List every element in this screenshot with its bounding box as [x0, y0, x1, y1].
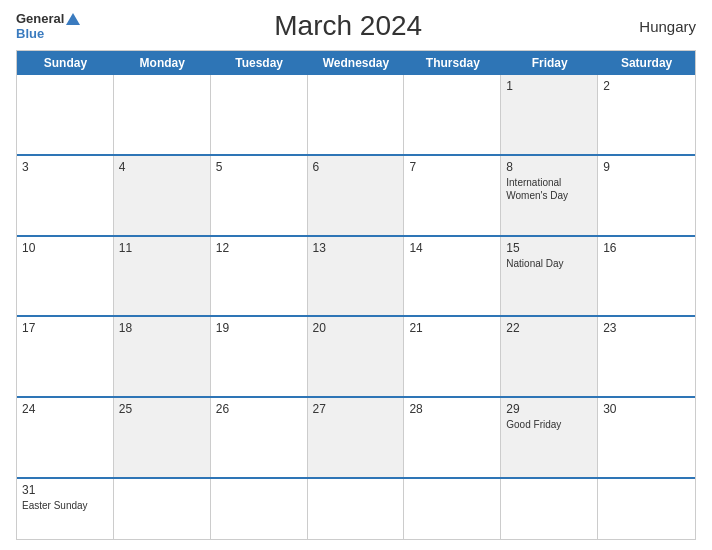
event-label: Easter Sunday: [22, 499, 108, 512]
day-number: 4: [119, 160, 205, 174]
calendar-page: General Blue March 2024 Hungary Sunday M…: [0, 0, 712, 550]
day-cell: 9: [598, 156, 695, 235]
day-cell: 14: [404, 237, 501, 316]
day-headers-row: Sunday Monday Tuesday Wednesday Thursday…: [17, 51, 695, 75]
header-saturday: Saturday: [598, 51, 695, 75]
day-cell: 17: [17, 317, 114, 396]
day-number: 27: [313, 402, 399, 416]
day-cell: [114, 479, 211, 539]
day-number: 28: [409, 402, 495, 416]
day-number: 14: [409, 241, 495, 255]
header: General Blue March 2024 Hungary: [16, 10, 696, 42]
header-tuesday: Tuesday: [211, 51, 308, 75]
header-sunday: Sunday: [17, 51, 114, 75]
day-cell: [501, 479, 598, 539]
day-cell: [404, 75, 501, 154]
day-cell: 22: [501, 317, 598, 396]
day-number: 23: [603, 321, 690, 335]
week-row-5: 242526272829Good Friday30: [17, 396, 695, 477]
day-number: 2: [603, 79, 690, 93]
day-cell: 24: [17, 398, 114, 477]
day-cell: 18: [114, 317, 211, 396]
day-number: 22: [506, 321, 592, 335]
day-number: 12: [216, 241, 302, 255]
calendar-grid: Sunday Monday Tuesday Wednesday Thursday…: [16, 50, 696, 540]
day-cell: 5: [211, 156, 308, 235]
logo-general-text: General: [16, 11, 64, 26]
day-number: 6: [313, 160, 399, 174]
day-number: 30: [603, 402, 690, 416]
day-cell: [404, 479, 501, 539]
day-number: 10: [22, 241, 108, 255]
day-cell: 12: [211, 237, 308, 316]
logo-blue-text: Blue: [16, 26, 44, 41]
day-cell: 23: [598, 317, 695, 396]
day-number: 9: [603, 160, 690, 174]
day-number: 20: [313, 321, 399, 335]
week-row-1: 12: [17, 75, 695, 154]
day-cell: 13: [308, 237, 405, 316]
day-cell: 6: [308, 156, 405, 235]
day-number: 18: [119, 321, 205, 335]
day-cell: 2: [598, 75, 695, 154]
header-wednesday: Wednesday: [308, 51, 405, 75]
day-cell: [211, 75, 308, 154]
day-number: 16: [603, 241, 690, 255]
day-cell: 4: [114, 156, 211, 235]
day-number: 19: [216, 321, 302, 335]
day-cell: 28: [404, 398, 501, 477]
day-cell: [308, 479, 405, 539]
day-number: 1: [506, 79, 592, 93]
day-cell: 30: [598, 398, 695, 477]
event-label: International Women's Day: [506, 176, 592, 202]
day-cell: 7: [404, 156, 501, 235]
day-cell: 25: [114, 398, 211, 477]
calendar-title: March 2024: [80, 10, 616, 42]
day-cell: [114, 75, 211, 154]
day-number: 7: [409, 160, 495, 174]
header-friday: Friday: [501, 51, 598, 75]
header-thursday: Thursday: [404, 51, 501, 75]
day-cell: 21: [404, 317, 501, 396]
day-cell: [211, 479, 308, 539]
week-row-4: 17181920212223: [17, 315, 695, 396]
day-cell: 1: [501, 75, 598, 154]
logo-triangle-icon: [66, 13, 80, 25]
day-cell: [308, 75, 405, 154]
day-number: 25: [119, 402, 205, 416]
day-number: 8: [506, 160, 592, 174]
day-cell: 26: [211, 398, 308, 477]
day-number: 17: [22, 321, 108, 335]
day-number: 13: [313, 241, 399, 255]
day-cell: [598, 479, 695, 539]
day-cell: [17, 75, 114, 154]
week-row-2: 345678International Women's Day9: [17, 154, 695, 235]
day-cell: 11: [114, 237, 211, 316]
day-cell: 29Good Friday: [501, 398, 598, 477]
day-number: 3: [22, 160, 108, 174]
day-number: 29: [506, 402, 592, 416]
day-number: 15: [506, 241, 592, 255]
day-cell: 10: [17, 237, 114, 316]
day-cell: 15National Day: [501, 237, 598, 316]
day-number: 21: [409, 321, 495, 335]
week-row-3: 101112131415National Day16: [17, 235, 695, 316]
logo: General Blue: [16, 11, 80, 41]
week-row-6: 31Easter Sunday: [17, 477, 695, 539]
day-cell: 27: [308, 398, 405, 477]
day-number: 24: [22, 402, 108, 416]
weeks-container: 12345678International Women's Day9101112…: [17, 75, 695, 539]
day-cell: 3: [17, 156, 114, 235]
country-label: Hungary: [616, 18, 696, 35]
header-monday: Monday: [114, 51, 211, 75]
day-number: 31: [22, 483, 108, 497]
event-label: Good Friday: [506, 418, 592, 431]
day-number: 26: [216, 402, 302, 416]
day-number: 5: [216, 160, 302, 174]
day-cell: 31Easter Sunday: [17, 479, 114, 539]
day-cell: 19: [211, 317, 308, 396]
event-label: National Day: [506, 257, 592, 270]
day-cell: 20: [308, 317, 405, 396]
day-number: 11: [119, 241, 205, 255]
day-cell: 8International Women's Day: [501, 156, 598, 235]
